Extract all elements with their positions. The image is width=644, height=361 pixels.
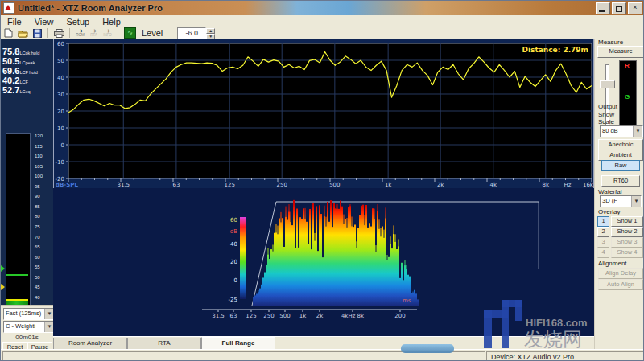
svg-text:20: 20 [57, 109, 64, 115]
control-panel: Measure Measure R G L Output Show Scale … [594, 39, 644, 349]
reading-lcpk-hold: 75.8LCpk hold [2, 43, 52, 53]
measure-button[interactable]: Measure [597, 46, 644, 58]
title-bar: Untitled* - XTZ Room Analyzer Pro × [1, 1, 644, 15]
menu-file[interactable]: File [1, 17, 28, 27]
svg-text:2k: 2k [316, 313, 324, 319]
ambient-button[interactable]: Ambient [598, 150, 643, 161]
svg-text:Hz: Hz [564, 182, 572, 188]
scale-select[interactable]: 80 dB▼ [600, 125, 643, 137]
raw-button[interactable]: Raw [601, 160, 640, 171]
svg-text:dB-SPL: dB-SPL [56, 182, 78, 188]
menu-bar: File View Setup Help [1, 15, 644, 28]
output-slider-thumb[interactable] [600, 80, 615, 88]
show-2-button[interactable]: Show 2 [611, 227, 643, 237]
open-file-button[interactable] [16, 28, 29, 39]
status-cell-empty [2, 351, 485, 361]
app-icon [3, 2, 14, 14]
export-rta-button[interactable]: ➜RTA [88, 28, 100, 39]
svg-text:1k: 1k [385, 182, 392, 188]
svg-text:500: 500 [329, 182, 340, 188]
input-level-meter: R G L [619, 60, 637, 136]
save-button[interactable] [31, 28, 43, 39]
svg-text:30: 30 [57, 92, 64, 98]
speed-select[interactable]: Fast (125ms)▼ [3, 308, 55, 320]
restore-button[interactable] [612, 2, 626, 14]
svg-text:200: 200 [394, 313, 405, 319]
waterfall-panel: 60dB40200-2531.5631252505001k2k4kHz 8k20… [53, 188, 594, 336]
meter-controls: Fast (125ms)▼ C - Weighti▼ 00m01s Reset … [1, 305, 53, 350]
generator-icon[interactable]: ∿ [124, 27, 136, 39]
tab-room-analyzer[interactable]: Room Analyzer [53, 338, 127, 350]
export-rom-button[interactable]: ➜ROM [74, 28, 86, 39]
svg-text:dB: dB [230, 228, 237, 235]
overlay-2-button[interactable]: 2 [597, 227, 609, 237]
menu-setup[interactable]: Setup [60, 17, 96, 27]
menu-view[interactable]: View [28, 17, 60, 27]
svg-text:1k: 1k [299, 313, 307, 319]
chevron-down-icon: ▼ [631, 196, 641, 207]
svg-text:250: 250 [263, 313, 274, 319]
svg-text:500: 500 [279, 313, 290, 319]
view-tabs: Room Analyzer RTA Full Range [53, 336, 594, 350]
new-file-button[interactable] [2, 28, 14, 39]
show-3-button[interactable]: Show 3 [611, 237, 643, 248]
svg-text:-25: -25 [229, 297, 237, 303]
svg-text:31.5: 31.5 [212, 313, 225, 319]
weighting-select[interactable]: C - Weighti▼ [3, 321, 55, 333]
scale-label: Scale [598, 118, 614, 125]
auto-align-button[interactable]: Auto Align [598, 279, 643, 290]
level-value-input[interactable]: -6.0 [177, 27, 206, 39]
svg-text:8k: 8k [543, 182, 550, 188]
overlay-3-button[interactable]: 3 [597, 237, 609, 248]
svg-text:2k: 2k [437, 182, 444, 188]
minimize-button[interactable] [596, 2, 610, 14]
rt60-button[interactable]: RT60 [601, 175, 640, 187]
svg-text:50: 50 [57, 58, 64, 64]
svg-text:125: 125 [246, 313, 256, 319]
export-info-button[interactable]: ➜INFO [101, 28, 114, 39]
overlay-group-label: Overlay [598, 208, 621, 215]
toolbar: ➜ROM ➜RTA ➜INFO ∿ Level -6.0 ▲▼ [1, 27, 644, 39]
frequency-response-chart: 6050403020100-10-2031.5631252505001k2k4k… [54, 39, 593, 189]
svg-text:125: 125 [225, 182, 235, 188]
menu-help[interactable]: Help [96, 17, 127, 27]
svg-text:31.5: 31.5 [117, 182, 130, 188]
svg-text:0: 0 [234, 277, 237, 284]
svg-text:63: 63 [172, 182, 180, 188]
save-icon [33, 29, 42, 38]
show-1-button[interactable]: Show 1 [611, 216, 643, 227]
chevron-down-icon: ▼ [633, 126, 642, 137]
anechoic-button[interactable]: Anechoic [598, 139, 643, 150]
print-button[interactable] [52, 28, 65, 39]
show-4-button[interactable]: Show 4 [611, 248, 643, 258]
svg-text:16k: 16k [583, 182, 593, 188]
open-folder-icon [18, 29, 28, 38]
meter-letter-g: G [625, 93, 630, 101]
elapsed-time: 00m01s [1, 334, 53, 341]
reading-lceq: 52.7LCeq [2, 82, 52, 92]
show-label: Show [598, 111, 614, 118]
svg-text:Distance: 2.79m: Distance: 2.79m [522, 46, 588, 54]
reading-lcf: 40.2LCF [2, 72, 52, 82]
overlay-1-button[interactable]: 1 [597, 216, 609, 227]
svg-text:40: 40 [57, 75, 64, 81]
svg-text:40: 40 [230, 241, 237, 248]
output-label: Output [598, 103, 617, 110]
yellow-hold-marker [1, 284, 5, 290]
waterfall-mode-select[interactable]: 3D (F▼ [600, 195, 642, 207]
green-hold-marker [1, 265, 5, 272]
device-status: Device: XTZ Audio v2 Pro [486, 351, 644, 361]
meter-letter-r: R [625, 62, 630, 69]
svg-text:4k: 4k [490, 182, 497, 188]
status-bar: Device: XTZ Audio v2 Pro [1, 349, 644, 361]
tab-rta[interactable]: RTA [127, 338, 201, 350]
level-spinner[interactable]: ▲▼ [206, 28, 215, 39]
close-button[interactable]: × [628, 2, 642, 14]
waterfall-3d-chart: 60dB40200-2531.5631252505001k2k4kHz 8k20… [53, 188, 594, 336]
overlay-4-button[interactable]: 4 [597, 248, 609, 258]
level-label: Level [142, 28, 163, 38]
app-window: Untitled* - XTZ Room Analyzer Pro × File… [0, 0, 644, 361]
align-delay-button[interactable]: Align Delay [598, 268, 643, 279]
svg-text:0: 0 [61, 142, 64, 149]
alignment-group-label: Alignment [598, 260, 627, 267]
